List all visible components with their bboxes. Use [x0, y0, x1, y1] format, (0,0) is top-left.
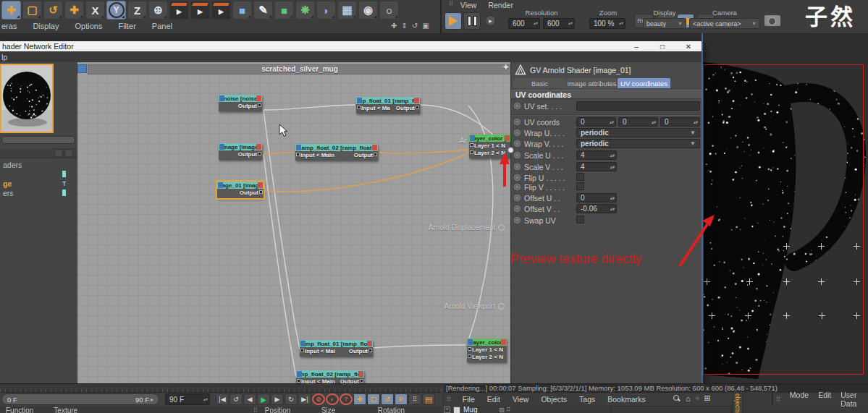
shader-list-item[interactable]: aders [0, 160, 77, 169]
lock-y-axis[interactable]: Y [106, 1, 126, 20]
current-frame-field[interactable]: 90 F▴▾ [165, 393, 210, 405]
keyframe-dot-icon[interactable] [514, 184, 521, 190]
node-layer_color[interactable]: layer_colorLayer 1 < NLayer 2 < N [467, 339, 507, 362]
mm-menu-texture[interactable]: Texture [54, 406, 77, 413]
viewport-menu-panel[interactable]: Panel [152, 22, 172, 33]
record-keyframe-button[interactable]: ⊘ [312, 393, 325, 405]
keyframe-dot-icon[interactable] [514, 163, 521, 170]
close-button[interactable]: ✕ [675, 41, 701, 51]
key-scale-button[interactable]: ▢ [367, 393, 380, 405]
lock-z-axis[interactable]: Z [127, 1, 147, 20]
expand-icon[interactable]: + [444, 406, 450, 413]
add-floor[interactable]: ▦ [337, 1, 357, 20]
om-menu-objects[interactable]: Objects [541, 395, 567, 404]
value-field[interactable]: 0▴▾ [618, 117, 658, 127]
add-camera[interactable]: ◉ [358, 1, 378, 20]
keyframe-dot-icon[interactable] [514, 152, 521, 158]
dropdown[interactable]: periodic▼ [576, 128, 700, 137]
tab-basic[interactable]: Basic [513, 78, 566, 88]
value-field[interactable]: 0▴▾ [660, 117, 700, 127]
pan-view-icon[interactable]: ✚ [391, 22, 397, 30]
viewport-menu-options[interactable]: Options [75, 22, 102, 33]
go-to-start-button[interactable]: |◀ [216, 393, 229, 405]
objects-side-tab[interactable]: objects [733, 393, 743, 413]
key-rotation-button[interactable]: ↺ [381, 393, 394, 405]
sidebar-divider[interactable] [1, 136, 75, 144]
autokey-button[interactable]: ◐ [326, 393, 339, 405]
timeline-slider[interactable]: 0 F 90 F▸ [1, 393, 159, 405]
render-settings[interactable]: ▶ [211, 1, 231, 20]
value-field[interactable]: -0.06▴▾ [576, 204, 617, 213]
previous-frame-button[interactable]: ◀ [243, 393, 256, 405]
toggle-view-icon[interactable]: ▣ [422, 22, 429, 30]
om-menu-view[interactable]: View [513, 395, 529, 404]
cycle-mode-button[interactable]: ↻ [285, 393, 298, 405]
node-age_01imag[interactable]: age_01 [imagOutput [217, 182, 264, 198]
checkbox[interactable] [576, 182, 584, 190]
next-frame-button[interactable]: ▶ [271, 393, 284, 405]
go-to-end-button[interactable]: ▶| [298, 393, 311, 405]
play-cycle-button[interactable]: ↺ [229, 393, 243, 405]
node-mp_float_01ramp_flo[interactable]: mp_float_01 [ramp_floInput < MaiOutput [300, 340, 373, 357]
dropdown[interactable]: periodic▼ [576, 139, 700, 148]
ipr-step-button[interactable]: ▶ [485, 15, 496, 26]
output-port-label[interactable]: Arnold Displacement [429, 223, 505, 231]
node-noisenoise[interactable]: noise [noiseOutput [219, 95, 262, 111]
checkbox[interactable] [576, 216, 584, 223]
add-spline[interactable]: ✎ [253, 1, 273, 20]
om-menu-tags[interactable]: Tags [579, 395, 595, 404]
keyframe-help-button[interactable]: ? [340, 393, 353, 405]
camera-dropdown[interactable]: <active camera>▼ [689, 18, 760, 29]
value-field[interactable]: 4▴▾ [576, 162, 617, 171]
object-tree-row[interactable]: + Mug ▨ ⠿ [444, 406, 510, 413]
material-preview[interactable] [0, 64, 54, 133]
node-mp_float_01ramp_flo[interactable]: mp_float_01 [ramp_floInput < MaOutput [356, 97, 420, 114]
key-parameter-button[interactable]: P [395, 393, 408, 405]
zoom-field[interactable]: 100 %▴▾ [589, 18, 625, 29]
ipr-menu-view[interactable]: View [460, 1, 477, 9]
keyframe-dot-icon[interactable] [514, 140, 521, 147]
maximize-button[interactable]: □ [649, 41, 675, 51]
am-menu-mode[interactable]: Mode [790, 391, 809, 408]
add-light[interactable]: ○ [379, 1, 399, 20]
node-mageimage[interactable]: mage [imageOutput [219, 143, 262, 160]
add-layer-icon[interactable]: ⊞ [704, 393, 711, 403]
checkbox[interactable] [576, 173, 584, 181]
home-icon[interactable]: ⌂ [686, 394, 691, 403]
add-deformer[interactable]: ◗ [316, 1, 336, 20]
output-port-label[interactable]: Arnold Viewport [444, 302, 505, 310]
value-field[interactable]: 0▴▾ [576, 117, 616, 127]
node-amp_float_02ramp_float[interactable]: amp_float_02 [ramp_floatInput < MainOutp… [295, 144, 378, 161]
timeline-ruler[interactable] [0, 384, 442, 392]
add-cube[interactable]: ■ [232, 1, 252, 20]
node-ayer_color[interactable]: ayer_color [Layer 1 < NLayer 2 < N [469, 135, 510, 158]
om-menu-file[interactable]: File [463, 395, 475, 404]
add-generator[interactable]: ■ [274, 1, 294, 20]
rotate-view-icon[interactable]: ↺ [412, 22, 418, 30]
keyframe-dot-icon[interactable] [514, 103, 521, 109]
render-viewport[interactable] [703, 33, 868, 383]
om-menu-edit[interactable]: Edit [487, 395, 500, 404]
display-dropdown[interactable]: beauty▼ [643, 18, 686, 29]
shader-list-item[interactable]: geT [0, 179, 77, 188]
play-forward-button[interactable]: ▶ [257, 393, 270, 405]
ipr-play-button[interactable] [444, 12, 462, 30]
mm-menu-function[interactable]: Function [6, 406, 33, 413]
node-mp_float_02ramp_flo[interactable]: mp_float_02 [ramp_floInput < MainOutput [296, 370, 364, 383]
snapshot-camera-icon[interactable] [764, 15, 780, 26]
ipr-pause-button[interactable] [463, 12, 481, 30]
panel-section-header[interactable]: UV coordinates [511, 90, 703, 99]
om-menu-bookmarks[interactable]: Bookmarks [607, 395, 646, 404]
am-menu-edit[interactable]: Edit [818, 391, 831, 408]
shader-list-item[interactable]: ers [0, 188, 77, 197]
last-tool[interactable]: ✚ [64, 1, 84, 20]
output-port-label[interactable]: Ar [460, 137, 467, 145]
resolution-height-field[interactable]: 600▴▾ [543, 18, 575, 29]
ipr-menu-render[interactable]: Render [488, 1, 513, 9]
render-active-view[interactable]: ▶ [190, 1, 210, 20]
coordinate-system[interactable]: ⊕ [148, 1, 168, 20]
tab-uv-coordinates[interactable]: UV coordinates [618, 78, 670, 88]
resolution-width-field[interactable]: 600▴▾ [508, 18, 540, 29]
rotate-tool[interactable]: ↺ [43, 1, 63, 20]
keyframe-dot-icon[interactable] [514, 129, 521, 136]
